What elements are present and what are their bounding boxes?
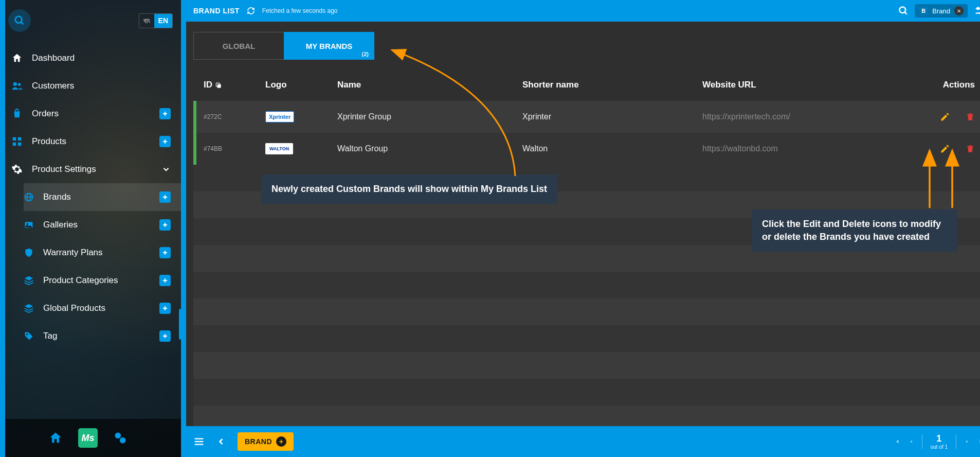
plus-icon: [162, 277, 168, 284]
main: BRAND LIST Fetched a few seconds ago B B…: [186, 0, 980, 457]
refresh-icon[interactable]: [247, 7, 255, 15]
cell-shorter: Xprinter: [522, 112, 702, 121]
sidebar-item-label: Tag: [43, 331, 57, 341]
tab-count: (2): [362, 51, 369, 57]
annotation-callout: Newly created Custom Brands will show wi…: [261, 174, 557, 204]
svg-point-3: [18, 83, 21, 86]
lang-en[interactable]: EN: [154, 14, 172, 28]
add-global-product-button[interactable]: [159, 303, 171, 314]
row-status-bar: [193, 101, 196, 133]
delete-icon[interactable]: [966, 112, 975, 122]
layers-icon: [24, 303, 34, 313]
sidebar-item-products[interactable]: Products: [0, 128, 181, 155]
svg-line-33: [905, 12, 907, 14]
cell-name: Xprinter Group: [337, 112, 522, 121]
svg-point-32: [900, 7, 906, 13]
brands-table: ID Logo Name Shorter name Website URL Ac…: [193, 69, 980, 165]
menu-icon[interactable]: [193, 436, 205, 447]
add-tag-button[interactable]: [159, 330, 171, 342]
svg-rect-7: [18, 137, 21, 140]
cell-id: #74BB: [204, 145, 265, 152]
sidebar-item-global-products[interactable]: Global Products: [24, 294, 181, 322]
pager-prev-icon[interactable]: [909, 438, 914, 445]
edit-icon[interactable]: [940, 144, 950, 154]
ms-badge[interactable]: Ms: [78, 428, 98, 448]
page-indicator: 1 out of 1: [931, 433, 948, 450]
sidebar-item-label: Orders: [32, 109, 59, 119]
tab-global[interactable]: GLOBAL: [193, 32, 284, 60]
sidebar-item-warranty[interactable]: Warranty Plans: [24, 239, 181, 267]
sidebar-scrollbar[interactable]: [179, 309, 183, 340]
brand-logo: WALTON: [265, 143, 293, 154]
filter-chip-brand[interactable]: B Brand ✕: [915, 4, 968, 17]
cell-logo: WALTON: [265, 143, 337, 154]
plus-icon: [162, 111, 168, 117]
add-product-button[interactable]: [159, 136, 171, 147]
sidebar-item-label: Dashboard: [32, 53, 75, 63]
sidebar-item-dashboard[interactable]: Dashboard: [0, 44, 181, 72]
sidebar-item-label: Global Products: [43, 303, 105, 313]
annotation-callout: Click the Edit and Delete icons to modif…: [752, 209, 957, 252]
svg-point-18: [27, 223, 28, 225]
sidebar-item-brands[interactable]: Brands: [24, 183, 181, 211]
create-brand-button[interactable]: BRAND +: [238, 432, 294, 451]
add-gallery-button[interactable]: [159, 219, 171, 231]
grid-icon: [11, 136, 23, 147]
col-shorter: Shorter name: [522, 80, 702, 90]
gear-union-icon[interactable]: [113, 431, 128, 445]
close-icon[interactable]: ✕: [954, 6, 964, 15]
pager-last-icon[interactable]: [978, 438, 980, 445]
cell-id: #272C: [204, 113, 265, 120]
tab-label: MY BRANDS: [306, 42, 353, 50]
pager-first-icon[interactable]: [893, 438, 900, 445]
tune-icon[interactable]: [974, 5, 980, 16]
add-order-button[interactable]: [159, 108, 171, 119]
delete-icon[interactable]: [966, 144, 975, 154]
sidebar-item-label: Customers: [32, 81, 74, 91]
search-icon[interactable]: [898, 6, 909, 16]
sidebar-item-galleries[interactable]: Galleries: [24, 211, 181, 239]
lang-bn[interactable]: বাং: [139, 14, 154, 28]
page-title: BRAND LIST: [193, 7, 240, 15]
sidebar-item-label: Warranty Plans: [43, 248, 103, 258]
svg-rect-8: [13, 143, 16, 146]
sidebar-item-orders[interactable]: Orders: [0, 100, 181, 128]
layers-icon: [24, 275, 34, 286]
sidebar-item-categories[interactable]: Product Categories: [24, 267, 181, 294]
language-switch[interactable]: বাং EN: [139, 13, 173, 28]
add-warranty-button[interactable]: [159, 247, 171, 258]
sidebar-item-label: Brands: [43, 192, 71, 202]
svg-point-35: [977, 8, 979, 10]
col-actions: Actions: [923, 80, 980, 90]
svg-rect-9: [18, 143, 21, 146]
home-icon[interactable]: [48, 431, 63, 445]
sidebar-item-customers[interactable]: Customers: [0, 72, 181, 100]
divider-strip: [181, 0, 186, 457]
chevron-left-icon[interactable]: [216, 436, 226, 447]
svg-point-2: [13, 82, 17, 86]
plus-icon: [162, 305, 168, 311]
add-brand-button[interactable]: [159, 191, 171, 203]
tabs: GLOBAL MY BRANDS (2): [193, 32, 980, 60]
cell-url: https://waltonbd.com: [702, 144, 923, 153]
chip-letter: B: [919, 6, 928, 15]
table-row[interactable]: #74BB WALTON Walton Group Walton https:/…: [193, 133, 980, 165]
chip-label: Brand: [932, 7, 950, 15]
sidebar: বাং EN Dashboard Customers Orders Produc…: [0, 0, 181, 457]
plus-icon: [162, 138, 168, 145]
content: GLOBAL MY BRANDS (2) ID Logo Name Shorte…: [186, 22, 980, 426]
home-icon: [11, 52, 23, 64]
tab-my-brands[interactable]: MY BRANDS (2): [284, 32, 374, 60]
plus-icon: [162, 194, 168, 200]
pager-next-icon[interactable]: [965, 438, 970, 445]
bottombar: BRAND + 1 out of 1: [186, 426, 980, 457]
svg-rect-6: [13, 137, 16, 140]
sidebar-item-tag[interactable]: Tag: [24, 322, 181, 350]
sidebar-item-label: Galleries: [43, 220, 78, 230]
sidebar-item-product-settings[interactable]: Product Settings: [0, 155, 181, 183]
copy-icon[interactable]: [215, 82, 222, 89]
table-row[interactable]: #272C Xprinter Xprinter Group Xprinter h…: [193, 101, 980, 133]
add-category-button[interactable]: [159, 275, 171, 286]
search-button[interactable]: [8, 9, 31, 32]
edit-icon[interactable]: [940, 112, 950, 122]
